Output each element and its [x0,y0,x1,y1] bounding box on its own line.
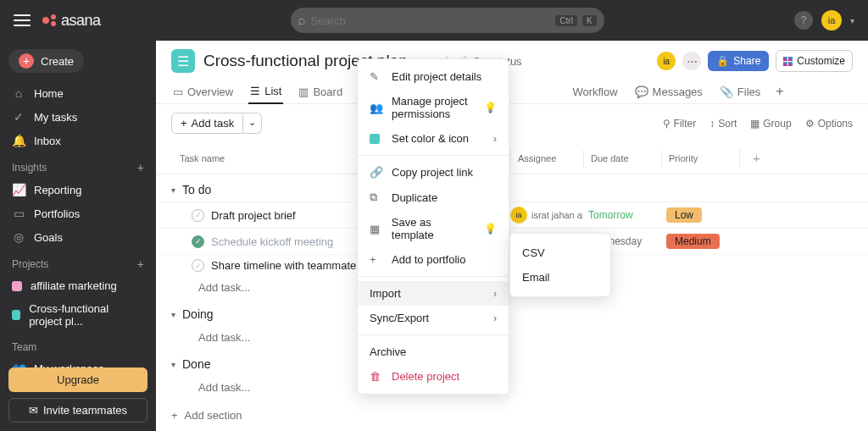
add-section-button[interactable]: +Add section [156,399,868,431]
tab-workflow[interactable]: Workflow [570,80,619,103]
menu-set-color[interactable]: Set color & icon› [358,126,509,151]
col-priority[interactable]: Priority [661,150,739,167]
nav-inbox[interactable]: 🔔Inbox [8,129,147,152]
goal-icon: ◎ [12,230,25,244]
menu-archive[interactable]: Archive [358,340,509,364]
help-icon[interactable]: ? [794,11,813,30]
section-projects[interactable]: Projects+ [8,249,147,274]
lock-icon: 🔒 [716,55,729,67]
submenu-email[interactable]: Email [510,265,610,290]
due-date-cell[interactable]: Tomorrow [583,209,661,221]
filter-button[interactable]: ⚲Filter [663,118,697,130]
tab-files[interactable]: 📎Files [718,80,762,103]
tab-messages[interactable]: 💬Messages [633,80,704,103]
nav-home[interactable]: ⌂Home [8,81,147,105]
topbar: asana ⌕ Ctrl K ? ia ▾ [0,0,868,41]
search-icon: ⌕ [298,13,306,28]
nav-label: Home [34,87,64,100]
add-task-inline[interactable]: Add task... [156,326,868,349]
logo-icon [42,14,56,26]
more-icon[interactable]: ⋯ [682,52,701,70]
menu-import[interactable]: Import› [358,281,509,306]
section-to-do[interactable]: ▾To do [156,174,868,202]
menu-duplicate[interactable]: ⧉Duplicate [358,185,509,210]
nav-my-tasks[interactable]: ✓My tasks [8,105,147,129]
separator [358,334,509,335]
separator [358,155,509,156]
project-cross-functional[interactable]: Cross-functional project pl... [8,297,147,333]
menu-add-portfolio[interactable]: +Add to portfolio [358,247,509,272]
project-color-icon [12,310,20,320]
project-icon[interactable]: ☰ [171,49,195,73]
list-icon: ☰ [250,85,260,97]
options-button[interactable]: ⚙Options [805,118,853,130]
section-doing[interactable]: ▾Doing [156,299,868,326]
search-input[interactable] [311,14,550,27]
bulb-icon: 💡 [484,102,497,113]
priority-cell[interactable]: Medium [661,234,739,249]
complete-toggle[interactable]: ✓ [192,209,204,222]
color-icon [370,134,383,144]
menu-edit-details[interactable]: ✎Edit project details [358,64,509,89]
chevron-down-icon: ▾ [171,185,175,195]
menu-copy-link[interactable]: 🔗Copy project link [358,160,509,185]
plus-icon[interactable]: + [137,161,144,174]
share-button[interactable]: 🔒Share [708,51,769,71]
home-icon: ⌂ [12,86,25,100]
user-avatar[interactable]: ia [821,10,842,30]
create-button[interactable]: + Create [8,49,84,73]
chevron-down-icon: ▾ [171,310,175,319]
group-button[interactable]: ▦Group [750,118,791,130]
grid-icon [783,57,793,66]
add-task-button[interactable]: +Add task [171,113,243,134]
task-title: Schedule kickoff meeting [211,235,333,248]
invite-button[interactable]: ✉Invite teammates [8,398,147,423]
sort-button[interactable]: ↕Sort [709,118,737,130]
nav-portfolios[interactable]: ▭Portfolios [8,202,147,225]
section-team: Team [8,333,147,356]
tab-board[interactable]: ▥Board [297,80,344,103]
search-bar[interactable]: ⌕ Ctrl K [291,8,604,33]
logo[interactable]: asana [42,12,101,30]
menu-save-template[interactable]: ▦Save as template💡 [358,210,509,247]
plus-icon: + [19,53,34,69]
add-task-dropdown[interactable]: ⌄ [243,113,262,134]
section-done[interactable]: ▾Done [156,349,868,376]
add-column-button[interactable]: + [739,147,773,169]
complete-toggle[interactable]: ✓ [192,235,204,248]
chevron-right-icon: › [493,312,497,324]
nav-goals[interactable]: ◎Goals [8,225,147,249]
template-icon: ▦ [370,223,383,235]
link-icon: 🔗 [370,166,383,179]
menu-toggle-icon[interactable] [14,12,31,29]
member-avatar[interactable]: ia [657,52,676,70]
inbox-icon: 🔔 [12,134,25,147]
complete-toggle[interactable]: ✓ [192,259,204,272]
chevron-down-icon[interactable]: ▾ [850,16,854,25]
priority-cell[interactable]: Low [661,207,739,223]
col-assignee[interactable]: Assignee [510,150,583,167]
project-affiliate-marketing[interactable]: affiliate marketing [8,274,147,297]
project-tabs: ▭Overview ☰List ▥Board ≡Timeline Workflo… [156,73,868,104]
tab-list[interactable]: ☰List [248,80,283,104]
upgrade-button[interactable]: Upgrade [8,367,147,392]
section-insights[interactable]: Insights+ [8,152,147,178]
assignee-cell[interactable]: iaisrat jahan as... [510,207,583,224]
customize-button[interactable]: Customize [776,50,853,72]
nav-reporting[interactable]: 📈Reporting [8,178,147,202]
col-due-date[interactable]: Due date [583,150,661,167]
menu-sync-export[interactable]: Sync/Export› [358,306,509,330]
menu-permissions[interactable]: 👥Manage project permissions💡 [358,89,509,126]
chart-icon: 📈 [12,183,25,196]
chevron-right-icon: › [493,133,497,145]
menu-delete-project[interactable]: 🗑Delete project [358,364,509,389]
task-row[interactable]: ✓Draft project brief💡 iaisrat jahan as..… [156,202,868,228]
plus-icon[interactable]: + [137,257,144,271]
submenu-csv[interactable]: CSV [510,240,610,265]
board-icon: ▥ [298,86,309,98]
project-actions-menu: ✎Edit project details 👥Manage project pe… [357,58,509,395]
tab-overview[interactable]: ▭Overview [171,80,235,103]
add-task-inline[interactable]: Add task... [156,376,868,399]
add-tab-button[interactable]: + [776,84,783,99]
copy-icon: ⧉ [370,191,383,204]
